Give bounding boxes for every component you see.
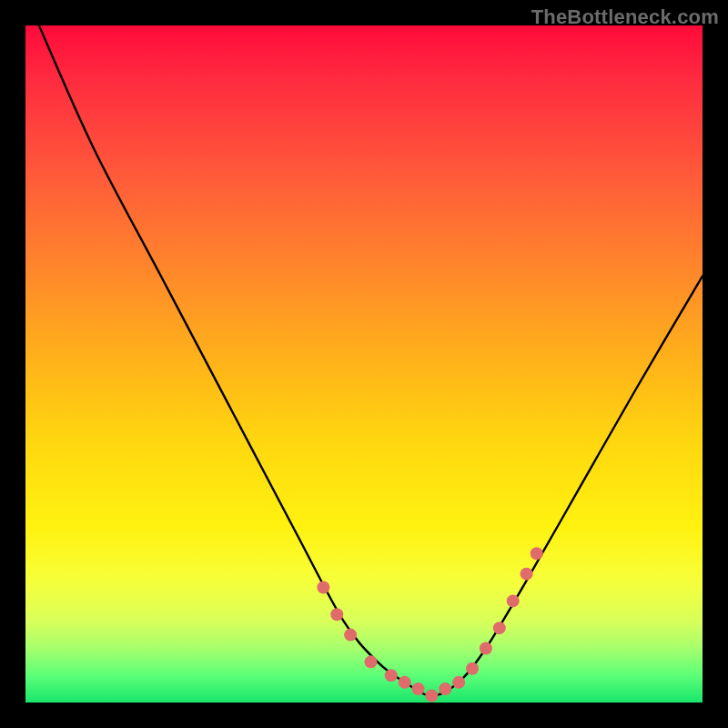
highlight-dot bbox=[330, 608, 343, 621]
highlight-dot bbox=[344, 629, 357, 642]
highlight-dot bbox=[521, 568, 533, 581]
highlight-dot bbox=[466, 662, 479, 675]
highlight-dot bbox=[364, 655, 377, 668]
highlight-dot bbox=[452, 676, 465, 689]
highlight-dot bbox=[385, 669, 398, 682]
highlight-dot bbox=[317, 581, 329, 594]
chart-svg bbox=[25, 25, 703, 703]
bottleneck-curve bbox=[39, 25, 703, 696]
highlight-dot bbox=[493, 622, 506, 634]
highlight-dot bbox=[399, 676, 411, 689]
highlight-dot bbox=[412, 682, 425, 695]
plot-area bbox=[25, 25, 703, 703]
highlight-dot bbox=[425, 690, 438, 703]
highlight-dot bbox=[480, 642, 492, 654]
curve-group bbox=[39, 25, 703, 696]
dots-group bbox=[317, 547, 542, 702]
highlight-dot bbox=[439, 682, 451, 695]
highlight-dot bbox=[507, 594, 520, 607]
chart-frame: TheBottleneck.com bbox=[0, 0, 728, 728]
highlight-dot bbox=[531, 547, 543, 560]
